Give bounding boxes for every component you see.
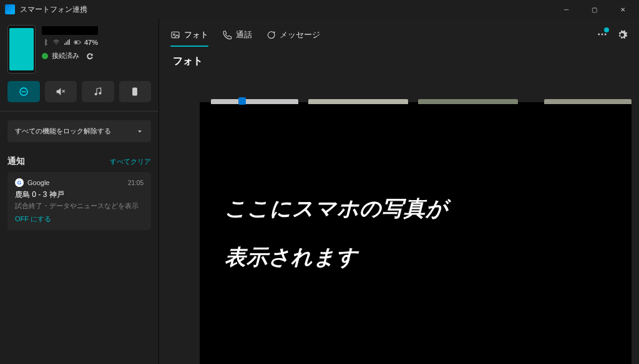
- svg-rect-1: [75, 42, 77, 44]
- chevron-down-icon: [136, 128, 144, 135]
- tab-photos[interactable]: フォト: [170, 24, 208, 46]
- music-button[interactable]: [82, 81, 114, 102]
- unlock-features-label: すべての機能をロック解除する: [15, 127, 111, 136]
- device-panel: 47% 接続済み: [7, 25, 151, 74]
- bluetooth-icon: [42, 39, 49, 46]
- do-not-disturb-button[interactable]: [7, 81, 40, 102]
- title-bar: スマートフォン連携 ─ ▢ ✕: [0, 0, 639, 19]
- notification-body: 試合終了・データやニュースなどを表示: [15, 201, 144, 211]
- photo-thumbnail-strip: [200, 99, 632, 104]
- photo-thumbnail[interactable]: [418, 99, 518, 104]
- photo-placeholder-overlay: ここにスマホの写真が 表示されます: [200, 102, 632, 364]
- close-button[interactable]: ✕: [608, 0, 637, 19]
- device-name: [42, 26, 98, 35]
- notification-card[interactable]: G Google 21:05 鹿島 0 - 3 神戸 試合終了・データやニュース…: [7, 172, 151, 230]
- sidebar: 47% 接続済み: [0, 19, 159, 364]
- tab-list: フォト 通話 メッセージ: [170, 24, 597, 46]
- tab-calls[interactable]: 通話: [222, 24, 252, 46]
- battery-level: 47%: [84, 39, 98, 46]
- photo-thumbnail[interactable]: [211, 99, 298, 104]
- signal-icon: [63, 39, 71, 46]
- tab-messages[interactable]: メッセージ: [266, 24, 320, 46]
- overlay-text-line-1: ここにスマホの写真が: [225, 194, 632, 223]
- phone-preview[interactable]: [7, 25, 36, 74]
- overlay-text-line-2: 表示されます: [225, 243, 632, 272]
- svg-point-12: [173, 34, 175, 36]
- app-icon: [5, 4, 15, 14]
- maximize-button[interactable]: ▢: [580, 0, 608, 19]
- google-icon: G: [15, 178, 24, 187]
- clear-all-button[interactable]: すべてクリア: [110, 157, 151, 166]
- notification-dot: [604, 27, 609, 32]
- svg-rect-2: [80, 42, 81, 43]
- unlock-features-button[interactable]: すべての機能をロック解除する: [7, 120, 151, 142]
- tab-messages-label: メッセージ: [280, 29, 320, 41]
- notifications-heading: 通知: [7, 156, 25, 167]
- refresh-icon[interactable]: [85, 52, 94, 60]
- photos-icon: [170, 30, 180, 40]
- minimize-button[interactable]: ─: [552, 0, 580, 19]
- wifi-icon: [52, 39, 60, 46]
- device-status-icons: 47%: [42, 39, 151, 46]
- sync-status-button[interactable]: [597, 29, 608, 42]
- svg-point-8: [99, 92, 100, 94]
- battery-icon: [74, 39, 81, 46]
- open-phone-button[interactable]: [119, 81, 152, 102]
- notification-title: 鹿島 0 - 3 神戸: [15, 189, 144, 200]
- mute-button[interactable]: [45, 81, 77, 102]
- svg-point-13: [598, 33, 600, 35]
- window-controls: ─ ▢ ✕: [552, 0, 637, 19]
- sidebar-action-buttons: [7, 81, 151, 102]
- photo-thumbnail[interactable]: [308, 99, 408, 104]
- connection-row: 接続済み: [42, 51, 151, 60]
- section-title: フォト: [173, 55, 625, 68]
- settings-icon[interactable]: [617, 29, 628, 41]
- photo-thumbnail[interactable]: [544, 99, 632, 104]
- svg-point-7: [95, 93, 97, 95]
- notification-time: 21:05: [128, 180, 144, 186]
- notification-app-name: Google: [27, 179, 124, 186]
- notification-action[interactable]: OFF にする: [15, 214, 144, 224]
- messages-icon: [266, 30, 276, 40]
- phone-screen-thumbnail: [9, 28, 34, 70]
- tab-photos-label: フォト: [184, 29, 208, 41]
- connection-status: 接続済み: [52, 51, 79, 60]
- tab-calls-label: 通話: [236, 29, 252, 41]
- svg-point-15: [605, 33, 607, 35]
- calls-icon: [222, 30, 232, 40]
- notifications-header: 通知 すべてクリア: [7, 156, 151, 167]
- window-title: スマートフォン連携: [20, 4, 552, 15]
- connected-indicator: [42, 53, 48, 59]
- top-bar: フォト 通話 メッセージ: [159, 19, 639, 47]
- svg-point-14: [602, 33, 603, 35]
